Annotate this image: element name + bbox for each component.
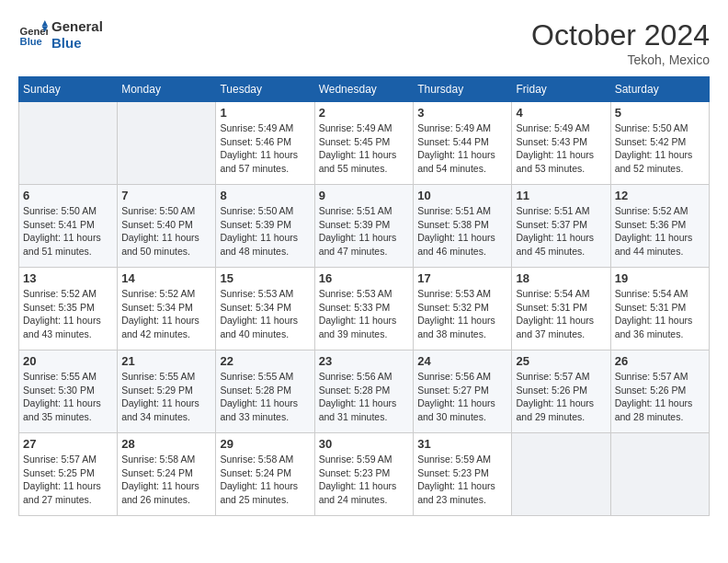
day-info: Sunrise: 5:49 AMSunset: 5:43 PMDaylight:… xyxy=(516,121,606,176)
calendar-cell: 20Sunrise: 5:55 AMSunset: 5:30 PMDayligh… xyxy=(19,350,118,433)
day-number: 29 xyxy=(220,437,310,451)
calendar-cell xyxy=(19,102,118,185)
day-header-sunday: Sunday xyxy=(19,77,118,102)
day-info: Sunrise: 5:59 AMSunset: 5:23 PMDaylight:… xyxy=(417,453,507,507)
day-info: Sunrise: 5:57 AMSunset: 5:26 PMDaylight:… xyxy=(615,370,705,424)
day-number: 24 xyxy=(417,354,507,368)
calendar-cell: 6Sunrise: 5:50 AMSunset: 5:41 PMDaylight… xyxy=(19,185,118,268)
day-info: Sunrise: 5:50 AMSunset: 5:42 PMDaylight:… xyxy=(615,121,705,176)
day-info: Sunrise: 5:49 AMSunset: 5:44 PMDaylight:… xyxy=(417,121,507,176)
calendar-cell: 3Sunrise: 5:49 AMSunset: 5:44 PMDaylight… xyxy=(414,102,512,185)
day-number: 3 xyxy=(417,106,507,120)
day-info: Sunrise: 5:53 AMSunset: 5:33 PMDaylight:… xyxy=(319,287,410,341)
logo-general: General xyxy=(51,18,103,35)
logo-blue: Blue xyxy=(51,35,103,52)
day-number: 6 xyxy=(23,189,113,202)
day-info: Sunrise: 5:49 AMSunset: 5:46 PMDaylight:… xyxy=(220,121,310,176)
day-info: Sunrise: 5:55 AMSunset: 5:29 PMDaylight:… xyxy=(121,370,211,424)
day-number: 14 xyxy=(121,271,211,285)
day-number: 11 xyxy=(516,189,606,202)
day-info: Sunrise: 5:50 AMSunset: 5:39 PMDaylight:… xyxy=(220,204,310,259)
day-header-thursday: Thursday xyxy=(414,77,512,102)
day-info: Sunrise: 5:57 AMSunset: 5:25 PMDaylight:… xyxy=(23,453,113,507)
day-info: Sunrise: 5:56 AMSunset: 5:27 PMDaylight:… xyxy=(417,370,507,424)
day-number: 5 xyxy=(615,106,705,120)
calendar-cell: 10Sunrise: 5:51 AMSunset: 5:38 PMDayligh… xyxy=(414,185,512,268)
calendar-cell: 4Sunrise: 5:49 AMSunset: 5:43 PMDaylight… xyxy=(512,102,610,185)
calendar-week-4: 20Sunrise: 5:55 AMSunset: 5:30 PMDayligh… xyxy=(19,350,710,433)
day-number: 26 xyxy=(615,354,705,368)
day-number: 31 xyxy=(417,437,507,451)
day-info: Sunrise: 5:52 AMSunset: 5:36 PMDaylight:… xyxy=(615,204,705,259)
day-number: 9 xyxy=(319,189,410,202)
day-info: Sunrise: 5:52 AMSunset: 5:35 PMDaylight:… xyxy=(23,287,113,341)
day-info: Sunrise: 5:55 AMSunset: 5:28 PMDaylight:… xyxy=(220,370,310,424)
day-number: 25 xyxy=(516,354,606,368)
day-info: Sunrise: 5:52 AMSunset: 5:34 PMDaylight:… xyxy=(121,287,211,341)
calendar-cell: 7Sunrise: 5:50 AMSunset: 5:40 PMDaylight… xyxy=(118,185,216,268)
day-header-tuesday: Tuesday xyxy=(216,77,314,102)
location: Tekoh, Mexico xyxy=(531,52,710,67)
calendar-cell: 1Sunrise: 5:49 AMSunset: 5:46 PMDaylight… xyxy=(216,102,314,185)
day-header-wednesday: Wednesday xyxy=(314,77,414,102)
day-info: Sunrise: 5:50 AMSunset: 5:41 PMDaylight:… xyxy=(23,204,113,259)
day-info: Sunrise: 5:53 AMSunset: 5:32 PMDaylight:… xyxy=(417,287,507,341)
page-header: General Blue General Blue October 2024 T… xyxy=(18,18,710,67)
day-info: Sunrise: 5:51 AMSunset: 5:38 PMDaylight:… xyxy=(417,204,507,259)
calendar-cell: 29Sunrise: 5:58 AMSunset: 5:24 PMDayligh… xyxy=(216,433,314,516)
day-number: 1 xyxy=(220,106,310,120)
calendar-cell: 11Sunrise: 5:51 AMSunset: 5:37 PMDayligh… xyxy=(512,185,610,268)
calendar-cell: 8Sunrise: 5:50 AMSunset: 5:39 PMDaylight… xyxy=(216,185,314,268)
day-number: 16 xyxy=(319,271,410,285)
calendar-week-3: 13Sunrise: 5:52 AMSunset: 5:35 PMDayligh… xyxy=(19,268,710,350)
title-block: October 2024 Tekoh, Mexico xyxy=(531,18,710,67)
calendar-week-1: 1Sunrise: 5:49 AMSunset: 5:46 PMDaylight… xyxy=(19,102,710,185)
day-info: Sunrise: 5:55 AMSunset: 5:30 PMDaylight:… xyxy=(23,370,113,424)
logo: General Blue General Blue xyxy=(18,18,103,52)
day-number: 12 xyxy=(615,189,705,202)
day-info: Sunrise: 5:54 AMSunset: 5:31 PMDaylight:… xyxy=(516,287,606,341)
calendar-cell: 30Sunrise: 5:59 AMSunset: 5:23 PMDayligh… xyxy=(314,433,414,516)
day-number: 10 xyxy=(417,189,507,202)
day-info: Sunrise: 5:54 AMSunset: 5:31 PMDaylight:… xyxy=(615,287,705,341)
calendar-cell: 23Sunrise: 5:56 AMSunset: 5:28 PMDayligh… xyxy=(314,350,414,433)
svg-text:Blue: Blue xyxy=(20,36,42,47)
svg-marker-2 xyxy=(42,20,48,26)
day-number: 27 xyxy=(23,437,113,451)
day-info: Sunrise: 5:53 AMSunset: 5:34 PMDaylight:… xyxy=(220,287,310,341)
calendar-week-5: 27Sunrise: 5:57 AMSunset: 5:25 PMDayligh… xyxy=(19,433,710,516)
day-number: 2 xyxy=(319,106,410,120)
day-info: Sunrise: 5:58 AMSunset: 5:24 PMDaylight:… xyxy=(220,453,310,507)
calendar-cell: 31Sunrise: 5:59 AMSunset: 5:23 PMDayligh… xyxy=(414,433,512,516)
calendar-table: SundayMondayTuesdayWednesdayThursdayFrid… xyxy=(18,76,710,516)
day-info: Sunrise: 5:58 AMSunset: 5:24 PMDaylight:… xyxy=(121,453,211,507)
day-header-monday: Monday xyxy=(118,77,216,102)
day-info: Sunrise: 5:49 AMSunset: 5:45 PMDaylight:… xyxy=(319,121,410,176)
day-number: 20 xyxy=(23,354,113,368)
calendar-week-2: 6Sunrise: 5:50 AMSunset: 5:41 PMDaylight… xyxy=(19,185,710,268)
calendar-cell: 18Sunrise: 5:54 AMSunset: 5:31 PMDayligh… xyxy=(512,268,610,350)
day-number: 15 xyxy=(220,271,310,285)
calendar-cell xyxy=(512,433,610,516)
day-header-friday: Friday xyxy=(512,77,610,102)
day-number: 17 xyxy=(417,271,507,285)
day-info: Sunrise: 5:59 AMSunset: 5:23 PMDaylight:… xyxy=(319,453,410,507)
calendar-cell: 9Sunrise: 5:51 AMSunset: 5:39 PMDaylight… xyxy=(314,185,414,268)
calendar-cell: 24Sunrise: 5:56 AMSunset: 5:27 PMDayligh… xyxy=(414,350,512,433)
day-number: 8 xyxy=(220,189,310,202)
calendar-cell: 16Sunrise: 5:53 AMSunset: 5:33 PMDayligh… xyxy=(314,268,414,350)
calendar-cell: 13Sunrise: 5:52 AMSunset: 5:35 PMDayligh… xyxy=(19,268,118,350)
calendar-cell: 28Sunrise: 5:58 AMSunset: 5:24 PMDayligh… xyxy=(118,433,216,516)
calendar-cell xyxy=(610,433,709,516)
calendar-cell: 15Sunrise: 5:53 AMSunset: 5:34 PMDayligh… xyxy=(216,268,314,350)
logo-icon: General Blue xyxy=(18,20,48,50)
calendar-cell: 22Sunrise: 5:55 AMSunset: 5:28 PMDayligh… xyxy=(216,350,314,433)
day-info: Sunrise: 5:56 AMSunset: 5:28 PMDaylight:… xyxy=(319,370,410,424)
calendar-cell: 17Sunrise: 5:53 AMSunset: 5:32 PMDayligh… xyxy=(414,268,512,350)
day-info: Sunrise: 5:57 AMSunset: 5:26 PMDaylight:… xyxy=(516,370,606,424)
day-info: Sunrise: 5:51 AMSunset: 5:39 PMDaylight:… xyxy=(319,204,410,259)
calendar-cell xyxy=(118,102,216,185)
day-number: 19 xyxy=(615,271,705,285)
calendar-cell: 14Sunrise: 5:52 AMSunset: 5:34 PMDayligh… xyxy=(118,268,216,350)
calendar-cell: 12Sunrise: 5:52 AMSunset: 5:36 PMDayligh… xyxy=(610,185,709,268)
